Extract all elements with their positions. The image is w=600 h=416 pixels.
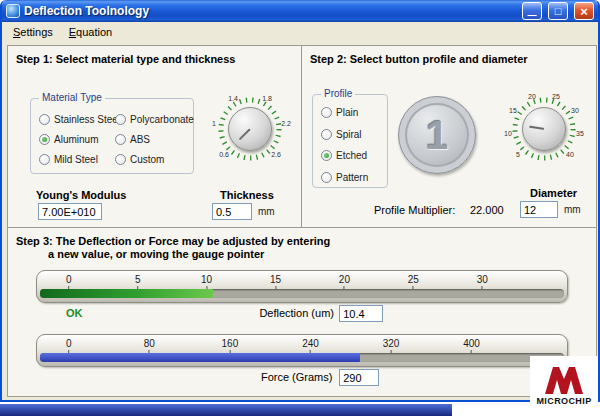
radio-icon (321, 172, 332, 183)
step2-panel: Step 2: Select button profile and diamet… (301, 45, 597, 228)
radio-icon (39, 114, 50, 125)
diameter-knob[interactable]: 5 10 15 20 25 30 35 40 (506, 92, 582, 166)
radio-icon (321, 129, 332, 140)
button-preview: 1 (398, 96, 476, 174)
profile-option-spiral[interactable]: Spiral (321, 129, 383, 140)
radio-icon (115, 114, 126, 125)
knob-scale-label: 10 (504, 130, 512, 137)
close-icon: × (580, 4, 588, 19)
profile-multiplier-value: 22.000 (470, 204, 504, 216)
material-option-label: Aluminum (54, 134, 98, 145)
material-option-label: Custom (130, 154, 164, 165)
app-window: Deflection Toolnology — □ × Settings Equ… (0, 0, 600, 402)
radio-icon (321, 150, 332, 161)
step3-panel: Step 3: The Deflection or Force may be a… (7, 227, 597, 397)
profile-option-label: Spiral (336, 129, 362, 140)
force-label: Force (Grams) (261, 371, 333, 383)
knob-scale-label: 40 (566, 151, 574, 158)
maximize-icon: □ (555, 5, 562, 17)
minimize-icon: — (528, 10, 537, 20)
force-track[interactable] (40, 353, 564, 362)
microchip-logo: MICROCHIP (530, 356, 598, 414)
material-option-mild-steel[interactable]: Mild Steel (39, 154, 115, 165)
knob-face (522, 107, 566, 151)
material-option-stainless-steel[interactable]: Stainless Steel (39, 114, 115, 125)
profile-option-etched[interactable]: Etched (321, 150, 383, 161)
knob-scale-label: 1.4 (228, 95, 238, 102)
close-button[interactable]: × (574, 2, 594, 20)
menu-settings[interactable]: Settings (5, 24, 61, 40)
knob-scale-label: 5 (516, 151, 520, 158)
force-input[interactable] (339, 369, 379, 386)
force-row: Force (Grams) (36, 370, 568, 388)
titlebar[interactable]: Deflection Toolnology — □ × (2, 0, 598, 22)
material-type-title: Material Type (39, 92, 105, 103)
diameter-unit: mm (564, 204, 581, 215)
knob-scale-label: 1.8 (262, 95, 272, 102)
knob-scale-label: 2.2 (281, 120, 291, 127)
profile-multiplier-label: Profile Multiplier: (374, 204, 455, 216)
profile-option-pattern[interactable]: Pattern (321, 172, 383, 183)
knob-scale-label: 1 (212, 120, 216, 127)
step1-panel: Step 1: Select material type and thickne… (7, 45, 302, 228)
deflection-input[interactable] (339, 305, 383, 322)
microchip-m-icon (544, 365, 584, 395)
maximize-button[interactable]: □ (548, 2, 568, 20)
step3-heading-line2: a new value, or moving the gauge pointer (48, 248, 264, 260)
step2-heading: Step 2: Select button profile and diamet… (310, 53, 528, 65)
minimize-button[interactable]: — (522, 2, 542, 20)
deflection-label: Deflection (um) (259, 307, 334, 319)
step3-heading-line1: Step 3: The Deflection or Force may be a… (16, 235, 330, 247)
status-badge: OK (66, 307, 83, 319)
screen: Deflection Toolnology — □ × Settings Equ… (0, 0, 600, 416)
knob-scale-label: 15 (509, 107, 517, 114)
menu-equation[interactable]: Equation (61, 24, 120, 40)
profile-group: Profile Plain Spiral Etched Pattern (312, 94, 388, 188)
youngs-modulus-input[interactable] (38, 203, 102, 220)
deflection-fill[interactable] (40, 289, 213, 298)
thickness-label: Thickness (220, 189, 274, 201)
profile-option-label: Plain (336, 107, 358, 118)
radio-icon (39, 154, 50, 165)
deflection-gauge[interactable]: 0 5 10 15 20 25 30 (36, 270, 568, 303)
radio-icon (39, 134, 50, 145)
deflection-track[interactable] (40, 289, 564, 298)
knob-scale-label: 25 (552, 93, 560, 100)
material-option-label: Stainless Steel (54, 114, 120, 125)
material-option-abs[interactable]: ABS (115, 134, 191, 145)
material-option-label: ABS (130, 134, 150, 145)
menubar: Settings Equation (2, 22, 598, 42)
force-fill[interactable] (40, 353, 360, 362)
thickness-input[interactable] (212, 203, 252, 220)
knob-scale-label: 2.6 (271, 151, 281, 158)
thickness-unit: mm (258, 206, 275, 217)
force-gauge[interactable]: 0 80 160 240 320 400 (36, 334, 568, 367)
knob-scale-label: 0.6 (219, 151, 229, 158)
profile-option-label: Etched (336, 150, 367, 161)
material-option-polycarbonate[interactable]: Polycarbonate (115, 114, 191, 125)
material-option-label: Mild Steel (54, 154, 98, 165)
radio-icon (115, 134, 126, 145)
button-numeral: 1 (426, 113, 448, 158)
diameter-label: Diameter (530, 187, 577, 199)
step1-heading: Step 1: Select material type and thickne… (16, 53, 235, 65)
youngs-modulus-label: Young's Modulus (36, 189, 126, 201)
knob-scale-label: 35 (576, 130, 584, 137)
profile-option-plain[interactable]: Plain (321, 107, 383, 118)
radio-icon (115, 154, 126, 165)
knob-scale-label: 20 (528, 93, 536, 100)
taskbar-sliver[interactable] (0, 404, 452, 416)
material-option-custom[interactable]: Custom (115, 154, 191, 165)
app-icon (6, 4, 20, 18)
profile-option-label: Pattern (336, 172, 368, 183)
diameter-input[interactable] (520, 201, 558, 218)
material-type-group: Material Type Stainless Steel Polycarbon… (30, 98, 194, 174)
microchip-wordmark: MICROCHIP (536, 396, 591, 406)
material-option-label: Polycarbonate (130, 114, 194, 125)
window-title: Deflection Toolnology (24, 4, 516, 18)
material-option-aluminum[interactable]: Aluminum (39, 134, 115, 145)
thickness-knob[interactable]: 0.6 1 1.4 1.8 2.2 2.6 (212, 92, 288, 166)
radio-icon (321, 107, 332, 118)
knob-scale-label: 30 (571, 107, 579, 114)
deflection-row: OK Deflection (um) (36, 306, 568, 324)
